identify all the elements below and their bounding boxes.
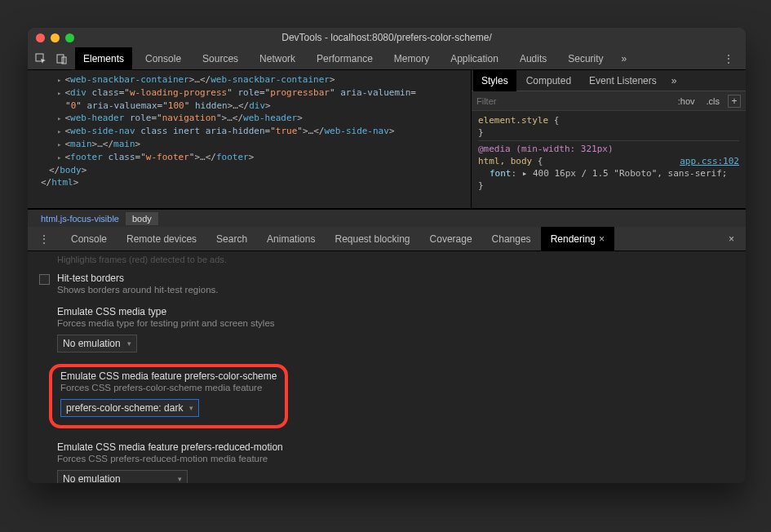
chevron-down-icon: ▾ [127, 339, 131, 348]
dom-tree[interactable]: <web-snackbar-container>…</web-snackbar-… [28, 70, 471, 208]
close-window-icon[interactable] [36, 33, 45, 42]
tab-sources[interactable]: Sources [194, 47, 246, 70]
css-value: ▸ 400 16px / 1.5 "Roboto", sans-serif; [522, 168, 728, 179]
drawer-tab-remote[interactable]: Remote devices [117, 227, 206, 251]
drawer-tab-console[interactable]: Console [61, 227, 117, 251]
minimize-window-icon[interactable] [51, 33, 60, 42]
inspect-element-icon[interactable] [33, 51, 49, 66]
hit-test-title: Hit-test borders [57, 273, 734, 284]
drawer-tab-reqblock[interactable]: Request blocking [325, 227, 419, 251]
tab-memory[interactable]: Memory [386, 47, 437, 70]
dom-breadcrumb: html.js-focus-visible body [28, 209, 746, 227]
traffic-lights [28, 33, 74, 42]
styles-tab-styles[interactable]: Styles [473, 70, 516, 91]
drawer-tab-changes[interactable]: Changes [482, 227, 541, 251]
pcs-select[interactable]: prefers-color-scheme: dark ▾ [60, 399, 199, 417]
pcs-title: Emulate CSS media feature prefers-color-… [60, 370, 277, 382]
media-type-setting: Emulate CSS media type Forces media type… [39, 306, 734, 352]
media-query: @media (min-width: 321px) [478, 144, 614, 154]
settings-menu-icon[interactable]: ⋮ [717, 53, 741, 64]
chevron-down-icon: ▾ [178, 475, 182, 483]
close-tab-icon[interactable]: × [599, 233, 605, 245]
styles-filter-row: :hov .cls + [472, 91, 746, 111]
hit-test-setting: Hit-test borders Shows borders around hi… [39, 273, 734, 295]
breadcrumb-item[interactable]: html.js-focus-visible [34, 212, 126, 225]
drawer-tab-rendering[interactable]: Rendering× [541, 227, 614, 251]
tab-application[interactable]: Application [442, 47, 507, 70]
tab-audits[interactable]: Audits [512, 47, 555, 70]
prm-title: Emulate CSS media feature prefers-reduce… [57, 441, 734, 453]
styles-tabs-overflow-icon[interactable]: » [667, 75, 682, 86]
css-source-link[interactable]: app.css:102 [680, 155, 739, 167]
new-style-rule-button[interactable]: + [728, 95, 741, 108]
styles-tab-bar: Styles Computed Event Listeners » [472, 70, 746, 91]
chevron-down-icon: ▾ [189, 404, 193, 412]
tab-network[interactable]: Network [251, 47, 304, 70]
css-property: font [490, 168, 512, 179]
device-toolbar-icon[interactable] [54, 51, 70, 66]
elements-pane: <web-snackbar-container>…</web-snackbar-… [28, 70, 746, 209]
drawer-menu-icon[interactable]: ⋮ [33, 233, 56, 245]
rendering-panel[interactable]: Highlights frames (red) detected to be a… [28, 251, 746, 483]
drawer-tab-search[interactable]: Search [206, 227, 257, 251]
styles-rules[interactable]: element.style { } @media (min-width: 321… [472, 111, 746, 195]
tab-security[interactable]: Security [560, 47, 611, 70]
tab-elements[interactable]: Elements [75, 47, 132, 70]
prm-select[interactable]: No emulation ▾ [57, 470, 188, 483]
hov-toggle[interactable]: :hov [675, 96, 698, 106]
prefers-color-scheme-setting: Emulate CSS media feature prefers-color-… [39, 364, 734, 428]
css-selector: html, body [478, 156, 532, 166]
ad-frames-desc-truncated: Highlights frames (red) detected to be a… [39, 255, 734, 264]
media-type-value: No emulation [63, 338, 121, 349]
media-type-desc: Forces media type for testing print and … [57, 318, 734, 328]
drawer-tab-bar: ⋮ Console Remote devices Search Animatio… [28, 227, 746, 251]
titlebar: DevTools - localhost:8080/prefers-color-… [28, 28, 746, 47]
element-style-selector: element.style [478, 115, 548, 126]
prm-value: No emulation [63, 473, 121, 483]
devtools-window: DevTools - localhost:8080/prefers-color-… [28, 28, 746, 483]
prefers-reduced-motion-setting: Emulate CSS media feature prefers-reduce… [39, 441, 734, 483]
media-type-title: Emulate CSS media type [57, 306, 734, 317]
cls-toggle[interactable]: .cls [703, 96, 724, 106]
styles-tab-computed[interactable]: Computed [518, 70, 579, 91]
hit-test-desc: Shows borders around hit-test regions. [57, 285, 734, 295]
zoom-window-icon[interactable] [65, 33, 74, 42]
hit-test-checkbox[interactable] [39, 274, 50, 285]
pcs-value: prefers-color-scheme: dark [66, 402, 183, 414]
drawer-close-icon[interactable]: × [720, 233, 742, 245]
tab-console[interactable]: Console [137, 47, 189, 70]
tabs-overflow-icon[interactable]: » [617, 53, 632, 64]
styles-panel: Styles Computed Event Listeners » :hov .… [471, 70, 746, 208]
styles-tab-listeners[interactable]: Event Listeners [581, 70, 665, 91]
drawer-tab-animations[interactable]: Animations [257, 227, 325, 251]
styles-filter-input[interactable] [476, 96, 670, 106]
svg-rect-1 [57, 55, 64, 63]
drawer-tab-coverage[interactable]: Coverage [420, 227, 482, 251]
main-tab-bar: Elements Console Sources Network Perform… [28, 47, 746, 70]
breadcrumb-item-selected[interactable]: body [126, 212, 158, 225]
window-title: DevTools - localhost:8080/prefers-color-… [28, 32, 746, 43]
prm-desc: Forces CSS prefers-reduced-motion media … [57, 454, 734, 463]
tab-performance[interactable]: Performance [308, 47, 381, 70]
pcs-desc: Forces CSS prefers-color-scheme media fe… [60, 383, 277, 392]
media-type-select[interactable]: No emulation ▾ [57, 335, 137, 352]
highlight-annotation: Emulate CSS media feature prefers-color-… [49, 364, 288, 428]
